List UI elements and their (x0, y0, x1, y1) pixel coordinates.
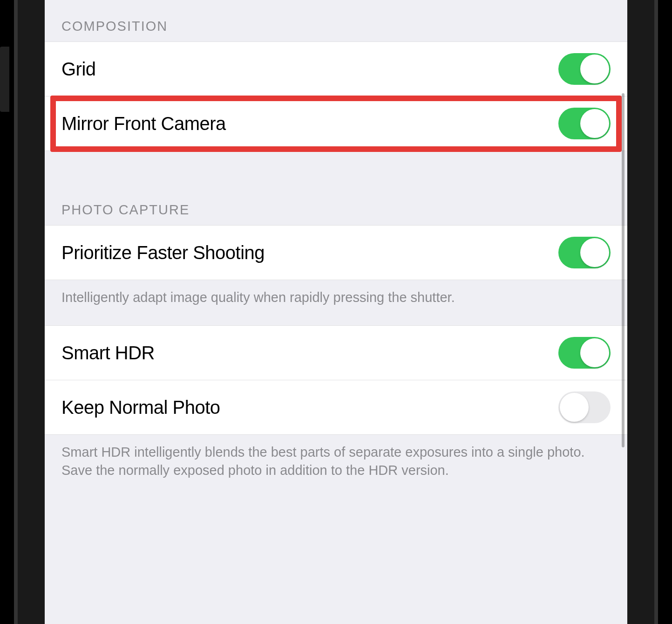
prioritize-faster-shooting-toggle[interactable] (558, 237, 611, 268)
toggle-knob (580, 109, 609, 138)
toggle-knob (580, 338, 609, 367)
side-button (0, 47, 9, 112)
keep-normal-photo-row[interactable]: Keep Normal Photo (45, 380, 627, 435)
section-spacer (45, 151, 627, 184)
keep-normal-photo-toggle[interactable] (558, 391, 611, 423)
grid-row[interactable]: Grid (45, 41, 627, 96)
mirror-front-camera-toggle[interactable] (558, 108, 611, 139)
prioritize-faster-shooting-row[interactable]: Prioritize Faster Shooting (45, 225, 627, 280)
device-frame: COMPOSITION Grid Mirror Front Camera PHO… (0, 0, 672, 624)
keep-normal-photo-label: Keep Normal Photo (61, 397, 220, 418)
composition-section-header: COMPOSITION (45, 0, 627, 41)
mirror-front-camera-row[interactable]: Mirror Front Camera (45, 96, 627, 151)
prioritize-faster-shooting-label: Prioritize Faster Shooting (61, 242, 265, 263)
toggle-knob (580, 238, 609, 267)
hdr-footer-text: Smart HDR intelligently blends the best … (45, 435, 627, 498)
smart-hdr-label: Smart HDR (61, 343, 155, 363)
grid-toggle[interactable] (558, 53, 611, 85)
prioritize-footer-text: Intelligently adapt image quality when r… (45, 280, 627, 325)
scrollbar[interactable] (622, 93, 624, 447)
settings-screen: COMPOSITION Grid Mirror Front Camera PHO… (45, 0, 627, 624)
mirror-front-camera-label: Mirror Front Camera (61, 113, 226, 134)
smart-hdr-row[interactable]: Smart HDR (45, 325, 627, 380)
photo-capture-section-header: PHOTO CAPTURE (45, 184, 627, 225)
toggle-knob (580, 55, 609, 83)
smart-hdr-toggle[interactable] (558, 337, 611, 369)
grid-label: Grid (61, 59, 96, 80)
toggle-knob (560, 393, 589, 422)
